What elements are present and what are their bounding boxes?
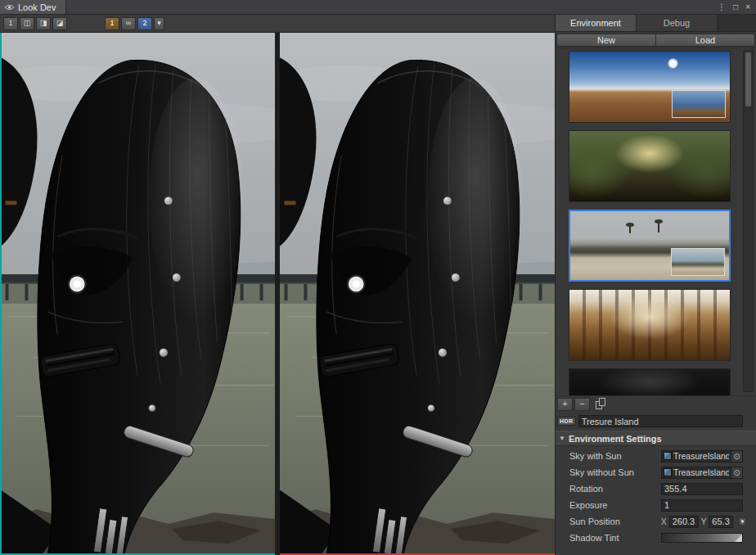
maximize-icon[interactable]: □ xyxy=(733,2,738,11)
environment-panel: Environment Debug New Load + − HDR xyxy=(555,15,756,555)
scrollbar-thumb[interactable] xyxy=(745,52,751,106)
hdri-thumbnail-sunny-desert[interactable] xyxy=(569,51,731,123)
object-picker-icon[interactable]: ⊙ xyxy=(731,450,742,463)
environment-actions: New Load xyxy=(556,32,756,48)
lookdev-toolbar: 1 ◫ ◨ ◪ 1 ∞ 2 ▾ xyxy=(0,15,555,33)
eye-icon xyxy=(4,4,15,11)
tab-strip-filler xyxy=(718,15,756,31)
view2-environment-button[interactable]: 2 xyxy=(137,17,152,30)
sun-position-label: Sun Position xyxy=(569,517,661,526)
tab-environment[interactable]: Environment xyxy=(556,15,637,31)
layout-single-view-button[interactable]: 1 xyxy=(3,17,18,30)
hdri-list xyxy=(556,48,756,395)
environment-name-row: HDR xyxy=(556,412,756,431)
thumbnail-inset-preview xyxy=(671,248,725,276)
shadow-tint-swatch[interactable] xyxy=(661,533,743,543)
hdri-thumbnail-dark[interactable] xyxy=(569,368,731,395)
hdri-list-controls: + − xyxy=(556,395,756,412)
sky-with-sun-field[interactable]: TreasureIslandWh ⊙ xyxy=(661,450,743,463)
layout-zone-view-button[interactable]: ◪ xyxy=(52,17,67,30)
views-dropdown-icon[interactable]: ▾ xyxy=(154,17,164,30)
x-axis-label: X xyxy=(661,517,667,526)
close-icon[interactable]: × xyxy=(745,2,750,11)
lookdev-window-tab[interactable]: Look Dev xyxy=(0,0,66,14)
setting-row-sun-position: Sun Position X Y ☀ xyxy=(556,513,756,530)
new-button[interactable]: New xyxy=(556,34,656,47)
add-environment-button[interactable]: + xyxy=(557,398,573,411)
thumbnail-scrollbar[interactable] xyxy=(743,50,754,392)
cubemap-icon xyxy=(664,452,672,460)
tab-debug[interactable]: Debug xyxy=(637,15,718,31)
render-view-1[interactable] xyxy=(0,33,275,555)
setting-row-sky-with-sun: Sky with Sun TreasureIslandWh ⊙ xyxy=(556,448,756,464)
environment-settings-foldout[interactable]: ▼ Environment Settings xyxy=(556,431,756,446)
hdri-thumbnail-church-interior[interactable] xyxy=(569,289,731,361)
window-titlebar: Look Dev ⋮ □ × xyxy=(0,0,756,15)
exposure-field[interactable] xyxy=(661,499,743,512)
window-controls: ⋮ □ × xyxy=(718,0,756,14)
thumbnail-inset-preview xyxy=(672,90,726,118)
palm-tree xyxy=(658,223,659,232)
exposure-label: Exposure xyxy=(569,500,661,510)
lookdev-viewport xyxy=(0,33,555,555)
layout-side-by-side-button[interactable]: ◫ xyxy=(20,17,34,30)
sky-with-sun-label: Sky with Sun xyxy=(569,451,661,461)
duplicate-icon[interactable] xyxy=(596,398,606,410)
sun-glow xyxy=(668,58,678,69)
cubemap-icon xyxy=(664,468,672,476)
sun-position-x-field[interactable] xyxy=(669,516,699,528)
render-view-2[interactable] xyxy=(280,33,555,555)
setting-row-exposure: Exposure xyxy=(556,497,756,513)
sky-without-sun-value: TreasureIslandWh xyxy=(673,467,729,477)
hdr-asset-icon: HDR xyxy=(557,417,576,426)
environment-settings-title: Environment Settings xyxy=(569,434,662,444)
layout-split-view-button[interactable]: ◨ xyxy=(36,17,51,30)
setting-row-shadow-tint: Shadow Tint xyxy=(556,530,756,546)
window-menu-icon[interactable]: ⋮ xyxy=(718,2,726,11)
hdri-thumbnail-forest[interactable] xyxy=(569,130,731,202)
foldout-arrow-icon: ▼ xyxy=(559,435,565,442)
palm-tree xyxy=(629,226,631,233)
y-axis-label: Y xyxy=(701,517,707,526)
shadow-tint-label: Shadow Tint xyxy=(569,533,661,543)
panel-tabs: Environment Debug xyxy=(556,15,756,32)
sky-with-sun-value: TreasureIslandWh xyxy=(673,451,729,461)
rotation-label: Rotation xyxy=(569,484,661,494)
object-picker-icon[interactable]: ⊙ xyxy=(731,467,742,479)
hdri-thumbnail-treasure-island[interactable] xyxy=(569,210,731,282)
setting-row-sky-without-sun: Sky without Sun TreasureIslandWh ⊙ xyxy=(556,464,756,481)
link-views-icon[interactable]: ∞ xyxy=(121,17,136,30)
remove-environment-button[interactable]: − xyxy=(574,398,590,411)
sky-without-sun-field[interactable]: TreasureIslandWh ⊙ xyxy=(661,467,743,479)
load-button[interactable]: Load xyxy=(656,34,755,47)
rotation-field[interactable] xyxy=(661,483,743,495)
window-title: Look Dev xyxy=(18,2,56,12)
sun-position-y-field[interactable] xyxy=(709,516,733,528)
environment-name-field[interactable] xyxy=(578,415,743,427)
sky-without-sun-label: Sky without Sun xyxy=(569,467,661,477)
setting-row-rotation: Rotation xyxy=(556,481,756,497)
sun-icon[interactable]: ☀ xyxy=(736,515,749,528)
view1-environment-button[interactable]: 1 xyxy=(105,17,119,30)
